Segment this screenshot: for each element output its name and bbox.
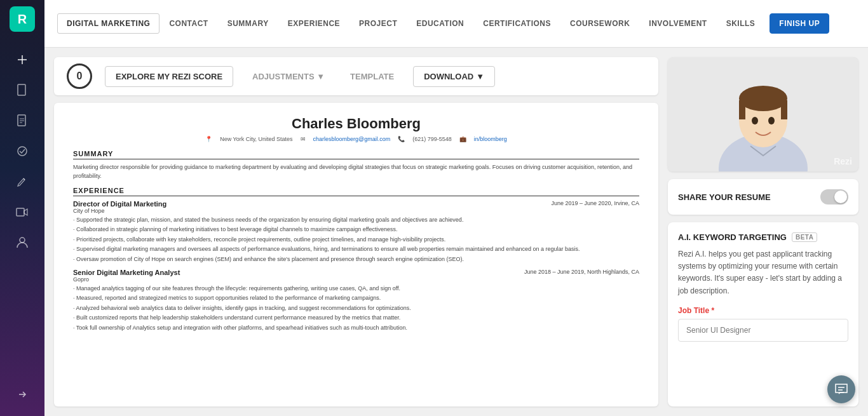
job-entry-2: Senior Digital Marketing Analyst Gopro J… bbox=[73, 269, 639, 283]
sidebar-logo[interactable]: R bbox=[10, 6, 35, 32]
svg-point-18 bbox=[768, 117, 775, 124]
summary-section-title: SUMMARY bbox=[73, 150, 639, 159]
job-2-bullet-4: · Built customized reports that help lea… bbox=[73, 313, 639, 322]
svg-point-17 bbox=[752, 117, 758, 124]
resume-summary-text: Marketing director responsible for provi… bbox=[73, 163, 639, 180]
job-2-date: June 2018 – June 2019, North Highlands, … bbox=[524, 269, 639, 275]
job-title-input[interactable] bbox=[678, 319, 848, 342]
photo-placeholder: Rezi bbox=[668, 57, 858, 171]
toolbar: 0 EXPLORE MY REZI SCORE ADJUSTMENTS ▼ TE… bbox=[54, 57, 658, 95]
phone-icon: 📞 bbox=[398, 136, 405, 142]
resume-location: New York City, United States bbox=[220, 136, 292, 142]
download-button[interactable]: DOWNLOAD ▼ bbox=[413, 66, 495, 87]
adjustments-button[interactable]: ADJUSTMENTS ▼ bbox=[246, 72, 331, 81]
ai-title: A.I. KEYWORD TARGETING BETA bbox=[678, 232, 848, 242]
ai-keyword-targeting-card: A.I. KEYWORD TARGETING BETA Rezi A.I. he… bbox=[668, 222, 858, 406]
job-1-bullet-3: · Prioritized projects, collaborate with… bbox=[73, 235, 639, 244]
right-panel: Rezi SHARE YOUR RESUME A.I. KEYWORD TARG… bbox=[668, 57, 858, 406]
resume-section: 0 EXPLORE MY REZI SCORE ADJUSTMENTS ▼ TE… bbox=[54, 57, 658, 406]
experience-section-title: EXPERIENCE bbox=[73, 187, 639, 196]
job-2-bullets: · Managed analytics tagging of our site … bbox=[73, 284, 639, 332]
tab-contact[interactable]: CONTACT bbox=[159, 13, 217, 34]
resume-contact-info: 📍 New York City, United States ✉ charles… bbox=[73, 136, 639, 142]
job-2-bullet-5: · Took full ownership of Analytics setup… bbox=[73, 323, 639, 332]
job-1-title: Director of Digital Marketing bbox=[73, 200, 166, 208]
tab-education[interactable]: EDUCATION bbox=[407, 13, 473, 34]
job-1-company: City of Hope bbox=[73, 208, 166, 214]
document-blank-icon[interactable] bbox=[11, 79, 34, 102]
body-area: 0 EXPLORE MY REZI SCORE ADJUSTMENTS ▼ TE… bbox=[44, 48, 868, 416]
tab-summary[interactable]: SUMMARY bbox=[218, 13, 278, 34]
svg-rect-16 bbox=[781, 100, 787, 119]
document-lines-icon[interactable] bbox=[11, 109, 34, 132]
ai-title-text: A.I. KEYWORD TARGETING bbox=[678, 232, 787, 242]
beta-badge: BETA bbox=[792, 232, 817, 242]
arrow-right-icon[interactable] bbox=[11, 383, 34, 406]
tab-skills[interactable]: SKILLS bbox=[717, 13, 765, 34]
tab-experience[interactable]: EXPERIENCE bbox=[278, 13, 349, 34]
top-nav: DIGITAL MARKETING CONTACT SUMMARY EXPERI… bbox=[44, 0, 868, 48]
job-1-date: June 2019 – June 2020, Irvine, CA bbox=[551, 200, 639, 206]
linkedin-icon: 💼 bbox=[459, 136, 466, 142]
location-icon: 📍 bbox=[205, 136, 212, 142]
svg-point-9 bbox=[20, 238, 25, 243]
rezi-watermark: Rezi bbox=[834, 156, 852, 166]
resume-paper: Charles Bloomberg 📍 New York City, Unite… bbox=[54, 103, 658, 406]
job-2-bullet-3: · Analyzed behavioral web analytics data… bbox=[73, 304, 639, 312]
tab-involvement[interactable]: INVOLVEMENT bbox=[639, 13, 716, 34]
job-2-bullet-2: · Measured, reported and strategized met… bbox=[73, 293, 639, 302]
share-resume-toggle[interactable] bbox=[820, 189, 848, 205]
ai-description: Rezi A.I. helps you get past applicant t… bbox=[678, 248, 848, 297]
share-resume-card: SHARE YOUR RESUME bbox=[668, 179, 858, 215]
chat-button[interactable] bbox=[827, 375, 855, 403]
job-2-bullet-1: · Managed analytics tagging of our site … bbox=[73, 284, 639, 293]
job-1-bullets: · Supported the strategic plan, mission,… bbox=[73, 215, 639, 264]
svg-point-14 bbox=[739, 86, 787, 111]
resume-candidate-name: Charles Bloomberg bbox=[73, 116, 639, 132]
tab-project[interactable]: PROJECT bbox=[349, 13, 407, 34]
resume-email[interactable]: charlesbloomberg@gmail.com bbox=[313, 136, 391, 142]
tab-certifications[interactable]: CERTIFICATIONS bbox=[473, 13, 560, 34]
job-1-bullet-2: · Collaborated in strategic planning of … bbox=[73, 225, 639, 234]
main-content: DIGITAL MARKETING CONTACT SUMMARY EXPERI… bbox=[44, 0, 868, 416]
template-button[interactable]: TEMPLATE bbox=[344, 72, 400, 81]
email-icon: ✉ bbox=[301, 136, 306, 142]
svg-rect-15 bbox=[739, 100, 745, 119]
resume-linkedin[interactable]: in/bloomberg bbox=[474, 136, 507, 142]
resume-phone: (621) 799-5548 bbox=[412, 136, 452, 142]
job-title-field-label: Job Title * bbox=[678, 306, 848, 315]
job-1-bullet-4: · Supervised digital marketing managers … bbox=[73, 245, 639, 253]
tab-coursework[interactable]: COURSEWORK bbox=[560, 13, 639, 34]
explore-score-button[interactable]: EXPLORE MY REZI SCORE bbox=[105, 66, 233, 87]
check-circle-icon[interactable] bbox=[11, 140, 34, 163]
rezi-score-circle: 0 bbox=[67, 64, 92, 89]
tab-finish-up[interactable]: FINISH UP bbox=[770, 13, 829, 34]
svg-rect-1 bbox=[18, 59, 27, 60]
svg-rect-2 bbox=[18, 84, 25, 95]
add-icon[interactable] bbox=[11, 48, 34, 71]
job-1-bullet-1: · Supported the strategic plan, mission,… bbox=[73, 215, 639, 224]
video-icon[interactable] bbox=[11, 201, 34, 224]
share-resume-label: SHARE YOUR RESUME bbox=[678, 192, 771, 202]
tab-digital-marketing[interactable]: DIGITAL MARKETING bbox=[57, 13, 159, 34]
pencil-icon[interactable] bbox=[11, 170, 34, 193]
user-profile-icon[interactable] bbox=[11, 231, 34, 254]
svg-point-7 bbox=[18, 147, 27, 156]
toggle-knob bbox=[834, 191, 847, 203]
job-2-company: Gopro bbox=[73, 276, 180, 283]
svg-rect-8 bbox=[17, 208, 24, 216]
job-1-bullet-5: · Oversaw promotion of City of Hope on s… bbox=[73, 255, 639, 264]
job-2-title: Senior Digital Marketing Analyst bbox=[73, 269, 180, 276]
sidebar: R bbox=[0, 0, 44, 416]
required-asterisk: * bbox=[711, 306, 714, 315]
photo-card: Rezi bbox=[668, 57, 858, 171]
nav-tabs: DIGITAL MARKETING CONTACT SUMMARY EXPERI… bbox=[57, 13, 829, 34]
job-entry-1: Director of Digital Marketing City of Ho… bbox=[73, 200, 639, 214]
